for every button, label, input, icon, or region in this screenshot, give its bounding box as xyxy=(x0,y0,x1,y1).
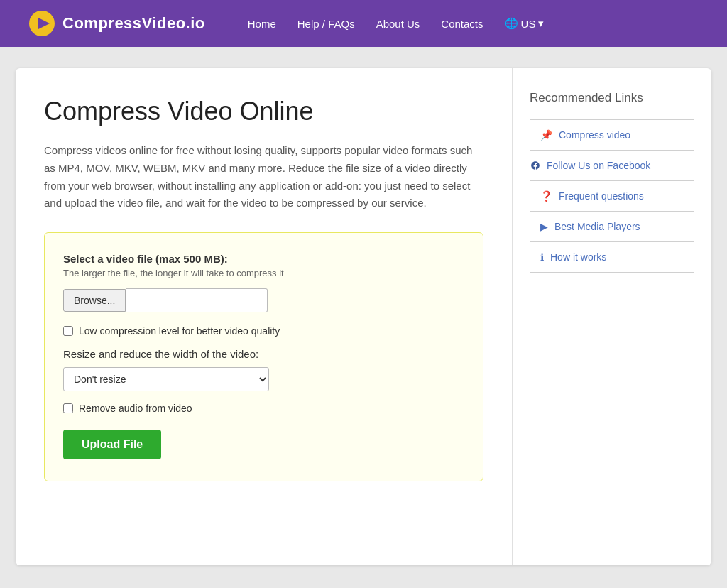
sidebar-link-howworks-label: How it works xyxy=(550,251,606,263)
sidebar-link-faq-label: Frequent questions xyxy=(559,190,644,202)
file-input-row: Browse... xyxy=(63,288,464,312)
upload-box: Select a video file (max 500 MB): The la… xyxy=(44,232,483,481)
remove-audio-label[interactable]: Remove audio from video xyxy=(79,403,192,414)
chevron-down-icon: ▾ xyxy=(538,17,544,30)
question-icon: ❓ xyxy=(540,190,552,202)
language-selector[interactable]: 🌐 US ▾ xyxy=(505,17,545,30)
page-title: Compress Video Online xyxy=(44,97,483,126)
sidebar-link-facebook[interactable]:  Follow Us on Facebook xyxy=(530,150,694,180)
sidebar-link-faq[interactable]: ❓ Frequent questions xyxy=(530,180,694,211)
remove-audio-row: Remove audio from video xyxy=(63,403,464,414)
remove-audio-checkbox[interactable] xyxy=(63,403,73,413)
resize-select[interactable]: Don't resize 1280px 1024px 800px 640px 4… xyxy=(63,367,269,391)
globe-icon: 🌐 xyxy=(505,17,518,30)
media-icon: ▶ xyxy=(540,221,548,232)
facebook-svg-icon xyxy=(530,160,540,170)
nav-help[interactable]: Help / FAQs xyxy=(297,18,355,30)
main-content: Compress Video Online Compress videos on… xyxy=(16,68,513,565)
nav-about[interactable]: About Us xyxy=(376,18,420,30)
sidebar: Recommended Links 📌 Compress video  Fol… xyxy=(513,68,711,565)
file-hint: The larger the file, the longer it will … xyxy=(63,268,464,278)
logo-link[interactable]: CompressVideo.io xyxy=(28,10,205,37)
main-nav: Home Help / FAQs About Us Contacts 🌐 US … xyxy=(248,17,545,30)
file-name-display xyxy=(126,288,268,312)
sidebar-link-howworks[interactable]: ℹ How it works xyxy=(530,241,694,273)
low-compression-label[interactable]: Low compression level for better video q… xyxy=(79,325,280,337)
page-description: Compress videos online for free without … xyxy=(44,142,483,212)
info-icon: ℹ xyxy=(540,251,544,263)
sidebar-link-compress-label: Compress video xyxy=(559,129,630,141)
sidebar-title: Recommended Links xyxy=(530,91,694,105)
sidebar-link-compress[interactable]: 📌 Compress video xyxy=(530,119,694,150)
browse-button[interactable]: Browse... xyxy=(63,289,126,312)
sidebar-link-media[interactable]: ▶ Best Media Players xyxy=(530,211,694,241)
page-wrapper: Compress Video Online Compress videos on… xyxy=(16,68,711,565)
lang-label: US xyxy=(521,18,536,30)
logo-text: CompressVideo.io xyxy=(62,14,205,33)
sidebar-link-media-label: Best Media Players xyxy=(554,221,640,232)
nav-contacts[interactable]: Contacts xyxy=(441,18,483,30)
sidebar-link-facebook-label: Follow Us on Facebook xyxy=(547,160,650,171)
low-compression-checkbox[interactable] xyxy=(63,326,73,336)
upload-button[interactable]: Upload File xyxy=(63,430,161,459)
file-label: Select a video file (max 500 MB): xyxy=(63,253,464,265)
pin-icon: 📌 xyxy=(540,129,552,141)
sidebar-links: 📌 Compress video  Follow Us on Facebook… xyxy=(530,119,694,273)
nav-home[interactable]: Home xyxy=(248,18,276,30)
low-compression-row: Low compression level for better video q… xyxy=(63,325,464,337)
logo-icon xyxy=(28,10,55,37)
resize-label: Resize and reduce the width of the video… xyxy=(63,348,464,360)
site-header: CompressVideo.io Home Help / FAQs About … xyxy=(0,0,727,47)
